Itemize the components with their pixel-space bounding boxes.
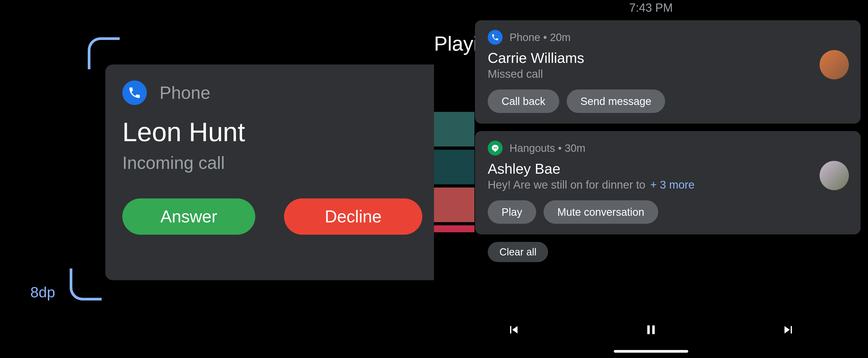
call-subtitle: Incoming call [122, 153, 420, 173]
hangouts-icon [488, 141, 503, 156]
left-example: 8dp Phone Leon Hunt Incoming call Answer… [0, 0, 434, 358]
button-row: Answer Decline [122, 198, 420, 235]
bg-album-bars [434, 112, 474, 236]
player-controls [434, 322, 868, 338]
answer-button[interactable]: Answer [122, 198, 255, 235]
pause-icon[interactable] [644, 322, 658, 338]
mute-conversation-button[interactable]: Mute conversation [544, 200, 658, 224]
dp-spec-label: 8dp [30, 283, 55, 301]
right-example: 7:43 PM Playi Phone • 20m Carrie William… [434, 0, 868, 358]
home-indicator[interactable] [614, 350, 688, 353]
spec-corner-bl [70, 269, 101, 300]
notification-card-hangouts[interactable]: Hangouts • 30m Ashley Bae Hey! Are we st… [475, 131, 861, 235]
call-back-button[interactable]: Call back [488, 89, 559, 113]
notif-app-line: Phone • 20m [509, 31, 571, 44]
avatar [819, 161, 849, 190]
next-track-icon[interactable] [781, 322, 796, 338]
phone-icon [488, 30, 503, 45]
send-message-button[interactable]: Send message [567, 89, 665, 113]
incoming-call-card: Phone Leon Hunt Incoming call Answer Dec… [105, 64, 434, 280]
bg-now-playing-text: Playi [434, 32, 478, 55]
notif-title: Carrie Williams [488, 50, 849, 66]
decline-button[interactable]: Decline [284, 198, 422, 235]
notif-subtitle: Missed call [488, 68, 849, 80]
clear-all-button[interactable]: Clear all [488, 242, 548, 262]
previous-track-icon[interactable] [506, 322, 521, 338]
avatar [819, 50, 849, 79]
card-app-name: Phone [160, 83, 210, 103]
more-messages-link[interactable]: + 3 more [650, 178, 694, 191]
status-time: 7:43 PM [434, 1, 868, 15]
notif-header: Phone • 20m [488, 30, 849, 45]
notif-header: Hangouts • 30m [488, 141, 849, 156]
notif-app-line: Hangouts • 30m [509, 142, 585, 154]
notif-title: Ashley Bae [488, 160, 849, 177]
card-header: Phone [122, 80, 420, 105]
notification-card-phone[interactable]: Phone • 20m Carrie Williams Missed call … [475, 20, 861, 123]
notif-subtitle: Hey! Are we still on for dinner to [488, 178, 645, 191]
action-row: Call back Send message [488, 89, 849, 113]
notification-stack: Phone • 20m Carrie Williams Missed call … [475, 20, 861, 262]
phone-icon [122, 80, 147, 105]
action-row: Play Mute conversation [488, 200, 849, 224]
play-button[interactable]: Play [488, 200, 536, 224]
caller-name: Leon Hunt [122, 117, 420, 147]
